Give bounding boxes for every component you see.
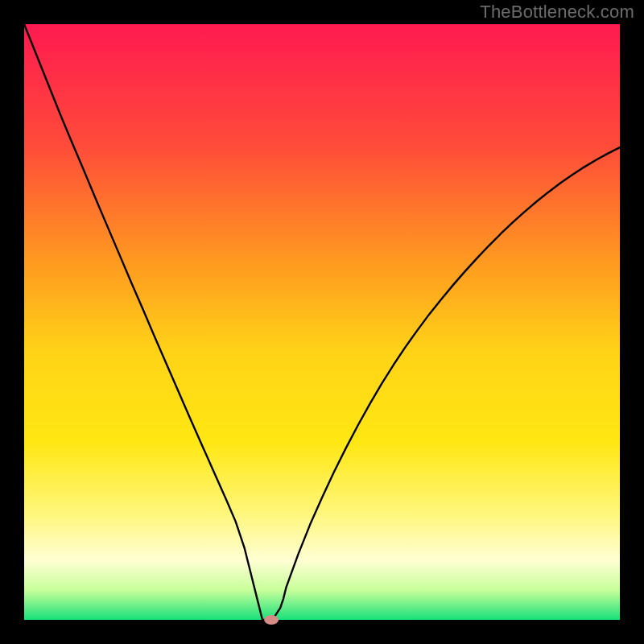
- plot-background: [24, 24, 620, 620]
- chart-container: TheBottleneck.com: [0, 0, 644, 644]
- watermark-text: TheBottleneck.com: [480, 2, 634, 23]
- bottleneck-chart: [0, 0, 644, 644]
- optimal-point-marker: [264, 615, 279, 625]
